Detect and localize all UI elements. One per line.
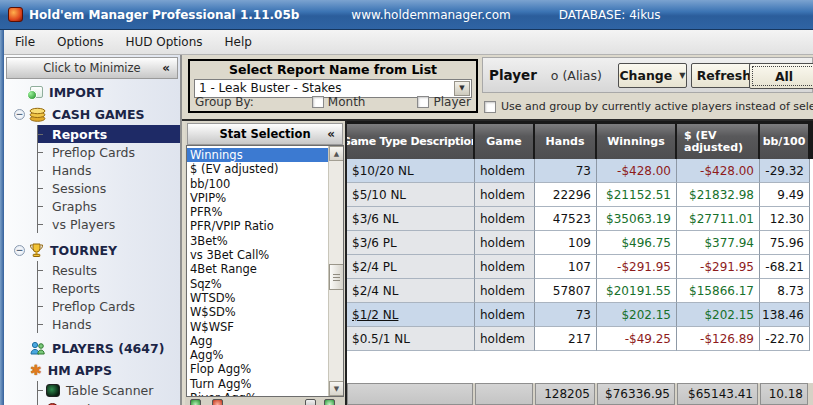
stat-list-scrollbar[interactable]: ▲ ▼ xyxy=(328,146,343,396)
collapse-left-icon[interactable]: « xyxy=(327,127,335,141)
remove-stat-icon[interactable] xyxy=(212,399,223,405)
sidebar-item-tourney-reports[interactable]: Reports xyxy=(38,279,180,297)
column-header-hands[interactable]: Hands xyxy=(535,124,597,159)
collapse-node-icon[interactable]: − xyxy=(14,245,25,256)
stat-item-ev-adjusted[interactable]: $ (EV adjusted) xyxy=(187,162,328,176)
stat-item-turn-agg[interactable]: Turn Agg% xyxy=(187,377,328,391)
table-row-selected[interactable]: $1/2 NL holdem 73 $202.15 $202.15 138.46 xyxy=(347,303,813,327)
column-header-winnings[interactable]: Winnings xyxy=(597,124,677,159)
hm-apps-branch: Table Scanner + LeakBuster xyxy=(37,381,180,405)
stat-item-agg[interactable]: Agg xyxy=(187,334,328,348)
totals-hands: 128205 xyxy=(535,383,595,405)
active-players-checkbox[interactable] xyxy=(484,101,496,113)
active-players-label: Use and group by currently active player… xyxy=(501,100,813,113)
table-row[interactable]: $2/4 NL holdem 57807 $20191.55 $15866.17… xyxy=(347,279,813,303)
group-by-month-checkbox[interactable] xyxy=(312,96,324,108)
stat-item-vs-3bet-call[interactable]: vs 3Bet Call% xyxy=(187,248,328,262)
window-title: Hold'em Manager Professional 1.11.05b xyxy=(29,8,299,22)
all-button[interactable]: All xyxy=(749,63,813,89)
group-by-label: Group By: xyxy=(195,95,254,109)
stat-item-pfr[interactable]: PFR% xyxy=(187,205,328,219)
coins-icon xyxy=(29,107,46,122)
top-panel: Select Report Name from List 1 - Leak Bu… xyxy=(182,55,813,121)
menubar: File Options HUD Options Help xyxy=(0,30,813,55)
stat-item-winnings[interactable]: Winnings xyxy=(187,148,328,162)
scroll-up-icon[interactable]: ▲ xyxy=(329,146,344,161)
add-stat-icon[interactable] xyxy=(190,399,201,405)
column-header-game-type[interactable]: Game Type Description xyxy=(347,124,475,159)
sidebar-item-cash-graphs[interactable]: Graphs xyxy=(38,197,180,215)
sidebar-item-cash-vs-players[interactable]: vs Players xyxy=(38,215,180,233)
stat-item-vpip[interactable]: VPIP% xyxy=(187,191,328,205)
table-row[interactable]: $5/10 NL holdem 22296 $21152.51 $21832.9… xyxy=(347,183,813,207)
stat-item-flop-agg[interactable]: Flop Agg% xyxy=(187,362,328,376)
toolbar-icon[interactable] xyxy=(305,399,316,405)
stat-list: Winnings $ (EV adjusted) bb/100 VPIP% PF… xyxy=(186,145,344,397)
apply-icon[interactable] xyxy=(324,399,335,405)
menu-help[interactable]: Help xyxy=(214,31,263,53)
sidebar-item-cash-sessions[interactable]: Sessions xyxy=(38,179,180,197)
report-selector-title: Select Report Name from List xyxy=(190,62,476,77)
report-table: Game Type Description Game Hands Winning… xyxy=(345,121,813,405)
table-row[interactable]: $2/4 PL holdem 107 -$291.95 -$291.95 -68… xyxy=(347,255,813,279)
sidebar-minimize-bar[interactable]: Click to Minimize « xyxy=(6,57,178,79)
player-bar: Player o (Alias) Change ▼ Refresh All xyxy=(482,57,813,93)
app-icon xyxy=(8,7,23,22)
scrollbar-thumb[interactable] xyxy=(329,264,344,290)
totals-empty-cell xyxy=(347,383,473,405)
column-header-game[interactable]: Game xyxy=(475,124,535,159)
stat-item-sqz[interactable]: Sqz% xyxy=(187,277,328,291)
sidebar-item-players[interactable]: PLAYERS (4647) xyxy=(4,337,180,359)
table-row[interactable]: $3/6 PL holdem 109 $496.75 $377.94 75.96 xyxy=(347,231,813,255)
sidebar-item-table-scanner[interactable]: Table Scanner xyxy=(38,381,180,400)
active-players-row: Use and group by currently active player… xyxy=(484,99,813,114)
menu-file[interactable]: File xyxy=(4,31,46,53)
player-label: Player xyxy=(489,67,537,83)
titlebar-database: DATABASE: 4ikus xyxy=(559,8,661,22)
report-selector-group: Select Report Name from List 1 - Leak Bu… xyxy=(188,59,478,113)
menu-options[interactable]: Options xyxy=(46,31,114,53)
stat-item-wtsd[interactable]: WTSD% xyxy=(187,291,328,305)
stat-item-pfr-vpip-ratio[interactable]: PFR/VPIP Ratio xyxy=(187,219,328,233)
group-by-player-checkbox[interactable] xyxy=(417,96,429,108)
titlebar: Hold'em Manager Professional 1.11.05b ww… xyxy=(0,0,813,30)
stat-selection-header[interactable]: Stat Selection « xyxy=(187,123,343,145)
stat-item-wwsf[interactable]: W$WSF xyxy=(187,320,328,334)
change-player-button[interactable]: Change ▼ xyxy=(618,63,687,88)
sidebar-item-import[interactable]: IMPORT xyxy=(4,81,180,103)
sidebar-item-cash-hands[interactable]: Hands xyxy=(38,161,180,179)
sidebar-item-cash-games[interactable]: − CASH GAMES xyxy=(4,103,180,125)
sidebar-item-tourney-results[interactable]: Results xyxy=(38,261,180,279)
player-name: o (Alias) xyxy=(551,68,602,83)
sidebar-minimize-label: Click to Minimize xyxy=(43,61,140,75)
stat-item-bb100[interactable]: bb/100 xyxy=(187,177,328,191)
totals-empty-cell xyxy=(475,383,533,405)
import-icon xyxy=(30,86,43,98)
table-row[interactable]: $10/20 NL holdem 73 -$428.00 -$428.00 -2… xyxy=(347,159,813,183)
sidebar-item-tourney-preflop-cards[interactable]: Preflop Cards xyxy=(38,297,180,315)
stat-item-agg-pct[interactable]: Agg% xyxy=(187,348,328,362)
table-scanner-icon xyxy=(46,384,60,397)
refresh-button[interactable]: Refresh xyxy=(691,63,757,88)
sidebar-item-hm-apps[interactable]: ✱ HM APPS xyxy=(4,359,180,381)
sidebar-item-tourney-hands[interactable]: Hands xyxy=(38,315,180,333)
collapse-left-icon[interactable]: « xyxy=(162,61,170,75)
chevron-down-icon: ▼ xyxy=(679,71,685,80)
scroll-down-icon[interactable]: ▼ xyxy=(329,381,344,396)
sidebar-item-cash-reports[interactable]: Reports xyxy=(38,125,180,143)
column-header-ev-adjusted[interactable]: $ (EV adjusted) xyxy=(677,124,760,159)
players-icon xyxy=(30,341,46,355)
table-row[interactable]: $0.5/1 NL holdem 217 -$49.25 -$126.89 -2… xyxy=(347,327,813,351)
stat-item-3bet[interactable]: 3Bet% xyxy=(187,234,328,248)
sidebar-item-leakbuster[interactable]: + LeakBuster xyxy=(38,400,180,405)
menu-hud-options[interactable]: HUD Options xyxy=(114,31,213,53)
column-header-bb100[interactable]: bb/100 xyxy=(760,124,810,159)
sidebar-item-cash-preflop-cards[interactable]: Preflop Cards xyxy=(38,143,180,161)
trophy-icon xyxy=(29,243,44,258)
collapse-node-icon[interactable]: − xyxy=(14,109,25,120)
sidebar-tree: IMPORT − CASH GAMES Reports Preflop Card… xyxy=(4,81,180,405)
sidebar-item-tourney[interactable]: − TOURNEY xyxy=(4,239,180,261)
table-row[interactable]: $3/6 NL holdem 47523 $35063.19 $27711.01… xyxy=(347,207,813,231)
stat-item-4bet-range[interactable]: 4Bet Range xyxy=(187,262,328,276)
stat-item-wsd[interactable]: W$SD% xyxy=(187,305,328,319)
